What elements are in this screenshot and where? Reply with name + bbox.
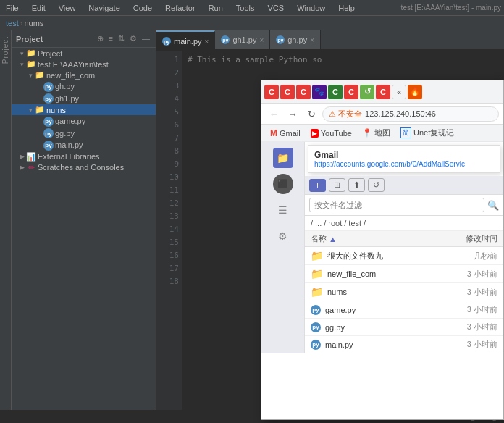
file-date: 3 小时前 [454,304,497,315]
tree-item-test[interactable]: ▾ 📁 test E:\AAAYian\test [12,59,156,70]
menu-view[interactable]: View [56,2,79,14]
extension-c3[interactable]: C [296,85,311,99]
extension-refresh[interactable]: ↺ [360,85,374,99]
bookmarks-bar: M Gmail ▶ YouTube 📍 地图 简 Unet复现记 [261,125,503,142]
back-button[interactable]: ← [266,106,282,122]
folder-icon: 📁 [311,268,323,280]
tab-label: main.py [174,37,202,46]
file-date: 3 小时前 [454,322,497,332]
menu-refactor[interactable]: Refactor [162,2,198,14]
extension-c1[interactable]: C [264,85,279,99]
panel-icon-group: ⊕ ≡ ⇅ ⚙ — [96,33,151,44]
tab-close-icon[interactable]: × [205,38,209,46]
bookmark-unet[interactable]: 简 Unet复现记 [398,126,457,140]
tree-item-main-py[interactable]: py main.py [12,139,156,151]
file-row[interactable]: py gg.py 3 小时前 [305,319,503,336]
file-date: 3 小时前 [454,269,497,280]
tree-item-scratches[interactable]: ▶ ✏ Scratches and Consoles [12,162,156,173]
menu-run[interactable]: Run [206,2,226,14]
menu-window[interactable]: Window [294,2,328,14]
fm-refresh-button[interactable]: ↺ [368,178,385,192]
bookmark-youtube[interactable]: ▶ YouTube [308,127,355,139]
path-test[interactable]: test [348,219,361,227]
address-bar[interactable]: ⚠ 不安全 123.125.240.150:46 [322,106,499,122]
file-row[interactable]: py main.py 3 小时前 [305,336,503,353]
tab-py-icon: py [162,37,171,46]
extension-fire[interactable]: 🔥 [408,85,422,99]
panel-icon-sort[interactable]: ⇅ [117,33,126,44]
fm-upload-button[interactable]: ⬆ [348,178,365,192]
tab-main-py[interactable]: py main.py × [156,30,215,51]
menu-vcs[interactable]: VCS [265,2,287,14]
extension-c4[interactable]: C [328,85,343,99]
menu-navigate[interactable]: Navigate [85,2,122,14]
fm-add-button[interactable]: + [309,179,326,192]
panel-icon-collapse[interactable]: — [140,33,151,44]
tree-item-project[interactable]: ▾ 📁 Project [12,48,156,59]
refresh-button[interactable]: ↻ [303,106,319,122]
menu-code[interactable]: Code [130,2,155,14]
tree-item-game-py[interactable]: py game.py [12,115,156,127]
extension-c2[interactable]: C [280,85,295,99]
tab-close-icon[interactable]: × [310,36,314,44]
bookmark-gmail[interactable]: M Gmail [267,127,303,140]
python-icon: py [43,116,54,127]
project-tab-label[interactable]: Project [1,36,9,64]
menu-tools[interactable]: Tools [233,2,258,14]
bookmark-maps[interactable]: 📍 地图 [359,126,393,140]
arrow-icon: ▾ [17,50,26,57]
unet-icon: 简 [400,127,411,138]
tooltip-title: Gmail [314,150,494,160]
extension-c5[interactable]: C [344,85,358,99]
extension-paw[interactable]: 🐾 [312,85,327,99]
python-icon: py [43,140,54,151]
menu-help[interactable]: Help [335,2,358,14]
scratch-icon: ✏ [26,163,36,172]
python-file-icon: py [311,305,321,315]
file-row[interactable]: 📁 nums 3 小时前 [305,283,503,301]
arrow-icon: ▾ [26,106,35,114]
fm-icon-folder[interactable]: 📁 [273,148,293,168]
tree-item-new-file-com[interactable]: ▾ 📁 new_file_com [12,70,156,80]
tree-item-nums[interactable]: ▾ 📁 nums [12,104,156,115]
tree-item-gg-py[interactable]: py gg.py [12,127,156,140]
file-row[interactable]: 📁 很大的文件数九 几秒前 [305,247,503,265]
panel-icon-add[interactable]: ⊕ [96,33,105,44]
path-sep2: / [344,219,346,227]
tab-gh-py[interactable]: py gh.py × [270,30,321,50]
col-date-header[interactable]: 修改时间 [440,233,497,244]
extension-c6[interactable]: C [376,85,390,99]
tree-item-gh1-py[interactable]: py gh1.py [12,93,156,105]
tree-label: nums [46,106,66,114]
menu-edit[interactable]: Edit [29,2,49,14]
fm-icon-stop[interactable]: ⬛ [273,174,293,194]
tab-py-icon: py [221,35,230,44]
menu-file[interactable]: File [3,2,22,14]
file-list-header: 名称 ▲ 修改时间 [305,231,503,247]
panel-icon-list[interactable]: ≡ [107,33,114,44]
path-root[interactable]: root [328,219,342,227]
forward-button[interactable]: → [285,106,301,122]
fm-grid-button[interactable]: ⊞ [329,178,345,192]
panel-icon-settings[interactable]: ⚙ [128,33,138,44]
file-row[interactable]: 📁 new_file_com 3 小时前 [305,265,503,283]
tab-label: gh.py [287,35,307,44]
path-dots[interactable]: ... [315,219,322,227]
fm-icon-menu[interactable]: ☰ [273,200,293,220]
extension-more[interactable]: « [392,85,406,99]
tree-item-gh-py[interactable]: py gh.py [12,80,156,93]
tab-gh1-py[interactable]: py gh1.py × [215,30,270,50]
tree-item-external-libs[interactable]: ▶ 📊 External Libraries [12,151,156,162]
file-filter-input[interactable] [309,198,484,212]
bookmark-maps-label: 地图 [374,127,390,138]
tree-label: main.py [55,141,83,149]
tab-bar: py main.py × py gh1.py × py gh.py × [156,30,504,51]
file-row[interactable]: py game.py 3 小时前 [305,301,503,319]
col-name-header[interactable]: 名称 ▲ [311,233,440,244]
tree-label: gg.py [55,129,75,138]
tree-label: External Libraries [38,152,100,161]
file-name: main.py [325,340,454,349]
tab-close-icon[interactable]: × [259,36,264,44]
file-filter-bar: 🔍 [305,195,503,216]
fm-icon-gear[interactable]: ⚙ [273,226,293,246]
